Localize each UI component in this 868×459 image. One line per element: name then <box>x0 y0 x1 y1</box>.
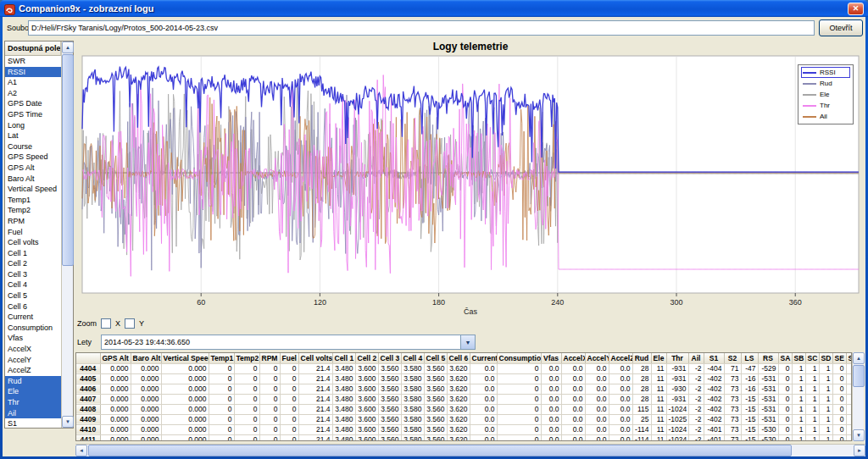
cell[interactable]: 0 <box>259 414 280 424</box>
field-item-vfas[interactable]: Vfas <box>5 333 61 344</box>
cell[interactable]: -931 <box>666 394 688 404</box>
cell[interactable]: 0 <box>209 363 234 373</box>
scroll-up-icon[interactable]: ▲ <box>853 352 865 364</box>
field-item-vertical-speed[interactable]: Vertical Speed <box>5 184 61 195</box>
column-header[interactable]: Cell 4 <box>401 353 424 363</box>
cell[interactable]: 3.600 <box>355 404 378 414</box>
cell[interactable]: 0.0 <box>561 434 585 441</box>
column-header[interactable]: Baro Alt <box>131 353 161 363</box>
cell[interactable]: -402 <box>704 373 724 384</box>
chart-plot[interactable]: 60120180240300360Čas <box>75 54 865 315</box>
cell[interactable]: 1 <box>792 363 805 373</box>
cell[interactable]: 21.4 <box>298 404 332 414</box>
cell[interactable]: 28 <box>632 394 651 404</box>
cell[interactable]: 115 <box>632 404 651 414</box>
cell[interactable]: 0 <box>259 394 280 404</box>
cell[interactable]: 0 <box>259 373 280 384</box>
cell[interactable]: 3.600 <box>355 394 378 404</box>
column-header[interactable]: SF <box>846 353 852 363</box>
scroll-up-icon[interactable]: ▲ <box>62 41 74 53</box>
cell[interactable]: 0.000 <box>131 363 161 373</box>
row-header[interactable]: 4410 <box>76 424 100 434</box>
column-header[interactable]: Thr <box>666 353 688 363</box>
cell[interactable]: 0.0 <box>470 384 497 394</box>
field-item-baro-alt[interactable]: Baro Alt <box>5 174 61 185</box>
cell[interactable]: -16 <box>741 373 758 384</box>
cell[interactable]: 1 <box>819 424 832 434</box>
column-header[interactable]: Temp1 <box>209 353 234 363</box>
cell[interactable]: 0.000 <box>131 424 161 434</box>
cell[interactable]: 11 <box>651 414 666 424</box>
cell[interactable]: 0 <box>234 424 259 434</box>
cell[interactable]: 0.000 <box>131 373 161 384</box>
legend-item-ail[interactable]: Ail <box>801 111 850 122</box>
scroll-right-icon[interactable]: ► <box>854 445 865 456</box>
cell[interactable]: 0 <box>209 404 234 414</box>
cell[interactable]: 1 <box>792 414 805 424</box>
cell[interactable]: -1 <box>846 373 852 384</box>
cell[interactable]: 25 <box>632 414 651 424</box>
cell[interactable]: 0.000 <box>131 384 161 394</box>
column-header[interactable]: GPS Alt <box>100 353 131 363</box>
cell[interactable]: 0.0 <box>470 404 497 414</box>
cell[interactable]: 1 <box>792 384 805 394</box>
field-item-course[interactable]: Course <box>5 141 61 152</box>
field-item-fuel[interactable]: Fuel <box>5 227 61 238</box>
table-row[interactable]: 44110.0000.0000.000000021.43.4803.6003.5… <box>76 434 852 441</box>
cell[interactable]: -15 <box>741 424 758 434</box>
cell[interactable]: 3.580 <box>401 373 424 384</box>
field-item-cell-2[interactable]: Cell 2 <box>5 258 61 269</box>
field-item-ail[interactable]: Ail <box>5 408 61 419</box>
fields-scrollbar[interactable]: ▲ ▼ <box>61 41 73 428</box>
row-header[interactable]: 4408 <box>76 404 100 414</box>
column-header[interactable]: Cell 6 <box>447 353 470 363</box>
cell[interactable]: 1 <box>792 434 805 441</box>
table-row[interactable]: 44070.0000.0000.000000021.43.4803.6003.5… <box>76 394 852 404</box>
cell[interactable]: 0 <box>832 434 846 441</box>
cell[interactable]: 0 <box>280 394 298 404</box>
cell[interactable]: 28 <box>632 373 651 384</box>
cell[interactable]: 0.0 <box>585 363 609 373</box>
cell[interactable]: -531 <box>758 394 778 404</box>
cell[interactable]: 3.560 <box>424 384 447 394</box>
cell[interactable]: 0.0 <box>561 424 585 434</box>
cell[interactable]: 0 <box>832 384 846 394</box>
cell[interactable]: 3.620 <box>447 424 470 434</box>
cell[interactable]: 11 <box>651 434 666 441</box>
cell[interactable]: 0.000 <box>100 363 131 373</box>
column-header[interactable]: Vfas <box>541 353 561 363</box>
field-item-gps-date[interactable]: GPS Date <box>5 98 61 109</box>
cell[interactable]: 0 <box>280 384 298 394</box>
cell[interactable]: -2 <box>688 373 704 384</box>
cell[interactable]: 1 <box>792 394 805 404</box>
cell[interactable]: 0.000 <box>100 414 131 424</box>
cell[interactable]: -2 <box>688 414 704 424</box>
cell[interactable]: 0.0 <box>585 404 609 414</box>
cell[interactable]: 3.480 <box>332 394 355 404</box>
cell[interactable]: -530 <box>758 424 778 434</box>
cell[interactable]: 3.600 <box>355 434 378 441</box>
cell[interactable]: 1 <box>819 434 832 441</box>
file-path-input[interactable] <box>28 20 815 36</box>
cell[interactable]: 0 <box>280 434 298 441</box>
column-header[interactable]: Cell 2 <box>355 353 378 363</box>
cell[interactable]: -15 <box>741 434 758 441</box>
cell[interactable]: 73 <box>724 384 741 394</box>
cell[interactable]: 3.560 <box>424 414 447 424</box>
cell[interactable]: 0 <box>778 363 792 373</box>
cell[interactable]: 0 <box>234 363 259 373</box>
row-header[interactable]: 4406 <box>76 384 100 394</box>
cell[interactable]: 3.560 <box>378 384 401 394</box>
cell[interactable]: 3.560 <box>378 434 401 441</box>
field-item-rpm[interactable]: RPM <box>5 216 61 227</box>
cell[interactable]: 3.620 <box>447 414 470 424</box>
scroll-left-icon[interactable]: ◄ <box>75 445 87 456</box>
cell[interactable]: 0 <box>497 424 541 434</box>
column-header[interactable]: LS <box>741 353 758 363</box>
cell[interactable]: 0.000 <box>161 363 209 373</box>
cell[interactable]: 0.0 <box>609 434 632 441</box>
cell[interactable]: 0.0 <box>561 404 585 414</box>
column-header[interactable]: SD <box>819 353 832 363</box>
cell[interactable]: 73 <box>724 424 741 434</box>
field-item-accelz[interactable]: AccelZ <box>5 365 61 376</box>
